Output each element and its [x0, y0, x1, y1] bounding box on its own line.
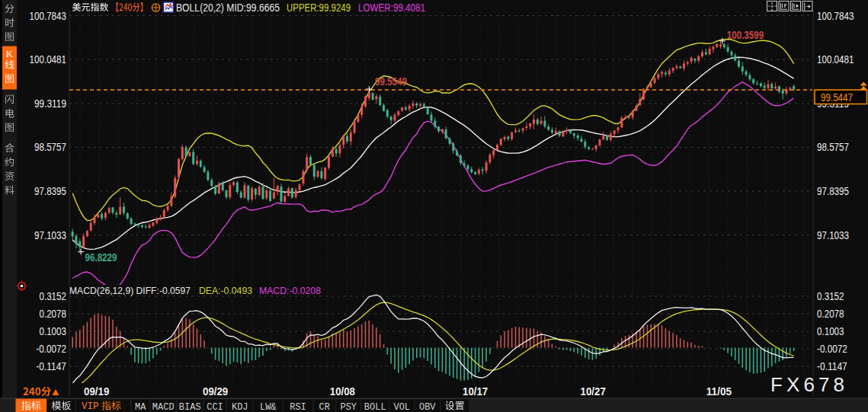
svg-text:99.5447: 99.5447: [821, 91, 853, 104]
svg-text:0.3152: 0.3152: [817, 289, 844, 302]
svg-text:0.3152: 0.3152: [39, 289, 66, 302]
svg-text:98.5757: 98.5757: [817, 140, 849, 153]
svg-text:-0.1147: -0.1147: [817, 359, 847, 372]
svg-text:99.3119: 99.3119: [34, 97, 66, 110]
svg-text:LW&: LW&: [260, 402, 277, 412]
svg-text:96.8229: 96.8229: [85, 251, 117, 263]
svg-text:BOLL: BOLL: [364, 402, 386, 412]
svg-text:VOL: VOL: [393, 402, 410, 412]
svg-text:OBV: OBV: [419, 402, 436, 412]
svg-text:10/17: 10/17: [463, 385, 488, 398]
svg-text:0.2078: 0.2078: [39, 307, 66, 320]
svg-text:LOWER:99.4081: LOWER:99.4081: [358, 2, 425, 14]
svg-text:BOLL(20,2) MID:99.6665: BOLL(20,2) MID:99.6665: [176, 2, 280, 14]
svg-text:DEA:-0.0493: DEA:-0.0493: [199, 285, 252, 296]
svg-text:10/08: 10/08: [330, 385, 355, 398]
svg-text:0.2078: 0.2078: [817, 307, 844, 320]
svg-text:100.0481: 100.0481: [817, 53, 854, 65]
svg-text:97.1033: 97.1033: [34, 228, 66, 241]
svg-text:100.7843: 100.7843: [817, 9, 854, 22]
svg-text:CCI: CCI: [207, 402, 223, 412]
svg-text:MA: MA: [135, 402, 146, 412]
svg-text:11/05: 11/05: [706, 385, 732, 398]
svg-text:97.8395: 97.8395: [34, 184, 66, 197]
svg-text:K: K: [6, 48, 14, 59]
svg-text:MACD: MACD: [152, 402, 175, 412]
svg-text:100.7843: 100.7843: [30, 9, 66, 22]
svg-text:CR: CR: [319, 402, 330, 412]
svg-text:10/27: 10/27: [581, 385, 606, 398]
svg-text:0.1003: 0.1003: [817, 324, 844, 337]
svg-text:97.8395: 97.8395: [817, 184, 849, 197]
svg-text:99.5549: 99.5549: [375, 75, 407, 88]
svg-text:09/19: 09/19: [84, 385, 109, 398]
svg-text:100.3599: 100.3599: [727, 29, 764, 41]
svg-text:PSY: PSY: [340, 402, 357, 412]
svg-text:0.1003: 0.1003: [39, 324, 66, 337]
svg-text:KDJ: KDJ: [232, 402, 248, 412]
svg-text:98.5757: 98.5757: [34, 140, 66, 153]
svg-text:UPPER:99.9249: UPPER:99.9249: [287, 2, 351, 14]
svg-text:FX678: FX678: [770, 373, 844, 396]
svg-text:RSI: RSI: [290, 402, 306, 412]
svg-text:MACD(26,12,9) DIFF:-0.0597: MACD(26,12,9) DIFF:-0.0597: [69, 285, 191, 296]
svg-text:-0.0072: -0.0072: [36, 342, 66, 355]
svg-text:-0.0072: -0.0072: [817, 342, 847, 355]
svg-text:-0.1147: -0.1147: [36, 359, 66, 372]
svg-text:BIAS: BIAS: [179, 402, 201, 412]
svg-text:MACD:-0.0208: MACD:-0.0208: [259, 285, 321, 296]
svg-text:VIP: VIP: [82, 401, 99, 412]
svg-text:100.0481: 100.0481: [30, 53, 66, 65]
svg-text:09/29: 09/29: [203, 385, 228, 398]
svg-text:97.1033: 97.1033: [817, 228, 849, 241]
